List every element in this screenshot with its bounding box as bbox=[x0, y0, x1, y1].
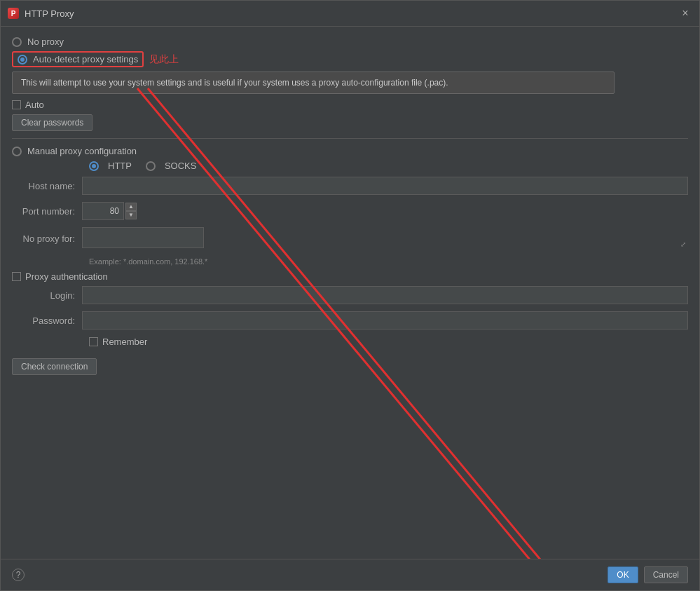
password-label: Password: bbox=[12, 315, 82, 326]
manual-proxy-row: Manual proxy configuration bbox=[12, 146, 688, 156]
title-bar: P HTTP Proxy × bbox=[1, 1, 699, 27]
no-proxy-for-wrapper: ⤢ bbox=[82, 227, 688, 250]
check-connection-wrapper: Check connection bbox=[12, 358, 688, 375]
login-row: Login: bbox=[12, 286, 688, 304]
manual-proxy-label[interactable]: Manual proxy configuration bbox=[27, 146, 137, 156]
http-radio-wrapper: HTTP bbox=[89, 161, 132, 171]
dialog-content: No proxy Auto-detect proxy settings 见此上 … bbox=[1, 27, 699, 559]
http-radio[interactable] bbox=[89, 161, 99, 171]
bottom-bar: ? OK Cancel bbox=[1, 559, 699, 590]
example-text: Example: *.domain.com, 192.168.* bbox=[89, 257, 688, 266]
socks-radio[interactable] bbox=[146, 161, 156, 171]
host-name-row: Host name: bbox=[12, 177, 688, 195]
socks-label: SOCKS bbox=[165, 161, 197, 171]
auto-config-label[interactable]: Auto bbox=[25, 100, 44, 110]
no-proxy-for-label: No proxy for: bbox=[12, 233, 82, 244]
proxy-auth-label[interactable]: Proxy authentication bbox=[25, 271, 108, 282]
cancel-button[interactable]: Cancel bbox=[644, 566, 688, 583]
port-number-input[interactable] bbox=[82, 202, 124, 220]
dialog-title: HTTP Proxy bbox=[25, 8, 678, 19]
socks-radio-wrapper: SOCKS bbox=[146, 161, 197, 171]
manual-section: Manual proxy configuration HTTP SOCKS Ho… bbox=[12, 146, 688, 347]
password-input[interactable] bbox=[82, 311, 688, 330]
remember-label[interactable]: Remember bbox=[102, 337, 147, 347]
help-button[interactable]: ? bbox=[12, 569, 25, 581]
http-socks-row: HTTP SOCKS bbox=[89, 161, 688, 171]
auto-config-checkbox[interactable] bbox=[12, 100, 21, 109]
login-input[interactable] bbox=[82, 286, 688, 304]
auto-detect-row: Auto-detect proxy settings 见此上 bbox=[12, 51, 688, 67]
no-proxy-for-row: No proxy for: ⤢ bbox=[12, 227, 688, 250]
bottom-right-buttons: OK Cancel bbox=[608, 566, 688, 583]
no-proxy-radio[interactable] bbox=[12, 37, 22, 47]
proxy-auth-row: Proxy authentication bbox=[12, 271, 688, 282]
app-icon: P bbox=[8, 8, 19, 19]
auto-config-row: Auto bbox=[12, 100, 688, 110]
check-connection-button[interactable]: Check connection bbox=[12, 358, 97, 375]
port-down-button[interactable]: ▼ bbox=[125, 211, 137, 219]
no-proxy-label[interactable]: No proxy bbox=[27, 36, 64, 47]
auto-detect-radio[interactable] bbox=[18, 55, 27, 64]
proxy-auth-checkbox[interactable] bbox=[12, 272, 21, 281]
port-spinner: ▲ ▼ bbox=[125, 203, 137, 219]
port-number-row: Port number: ▲ ▼ bbox=[12, 202, 688, 220]
tooltip-text: This will attempt to use your system set… bbox=[21, 78, 448, 88]
login-label: Login: bbox=[12, 290, 82, 301]
password-row: Password: bbox=[12, 311, 688, 330]
port-up-button[interactable]: ▲ bbox=[125, 203, 137, 211]
host-name-label: Host name: bbox=[12, 181, 82, 191]
divider-1 bbox=[12, 138, 688, 139]
expand-icon[interactable]: ⤢ bbox=[680, 240, 686, 248]
port-number-label: Port number: bbox=[12, 206, 82, 217]
http-proxy-dialog: P HTTP Proxy × No proxy Auto-detect prox… bbox=[0, 0, 700, 591]
auto-detect-label[interactable]: Auto-detect proxy settings bbox=[33, 54, 138, 64]
manual-proxy-radio[interactable] bbox=[12, 147, 22, 156]
tooltip-box: This will attempt to use your system set… bbox=[12, 72, 615, 94]
remember-row: Remember bbox=[89, 337, 688, 347]
remember-checkbox[interactable] bbox=[89, 337, 98, 346]
close-button[interactable]: × bbox=[678, 6, 692, 20]
host-name-input[interactable] bbox=[82, 177, 688, 195]
http-label: HTTP bbox=[108, 161, 132, 171]
no-proxy-for-input[interactable] bbox=[82, 227, 204, 248]
auto-detect-selected-box: Auto-detect proxy settings bbox=[12, 51, 144, 67]
clear-passwords-button[interactable]: Clear passwords bbox=[12, 114, 92, 131]
no-proxy-row: No proxy bbox=[12, 36, 688, 47]
annotation: 见此上 bbox=[149, 53, 179, 66]
ok-button[interactable]: OK bbox=[608, 566, 638, 583]
